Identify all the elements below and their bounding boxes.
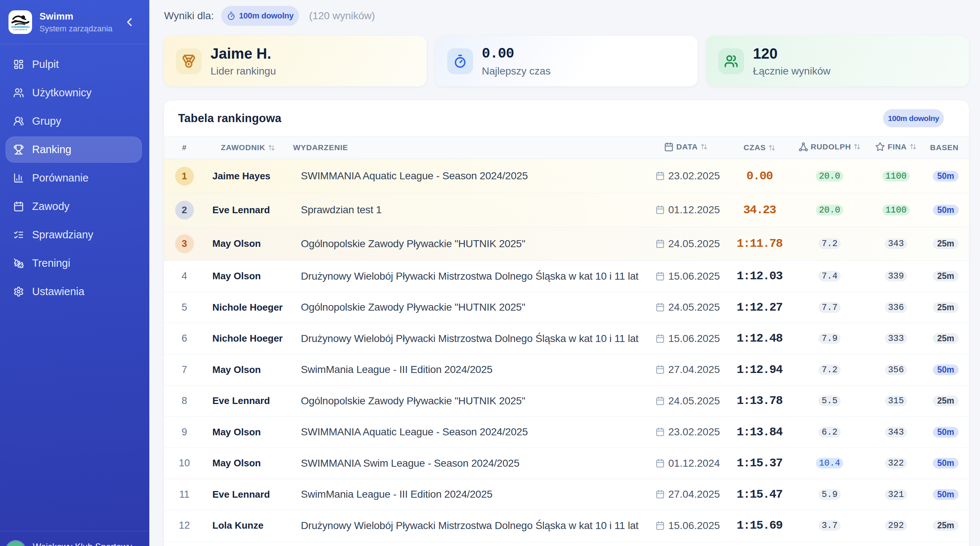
svg-text:SWIMMING: SWIMMING xyxy=(11,25,30,29)
svg-text:CONFERENCE: CONFERENCE xyxy=(13,29,27,30)
